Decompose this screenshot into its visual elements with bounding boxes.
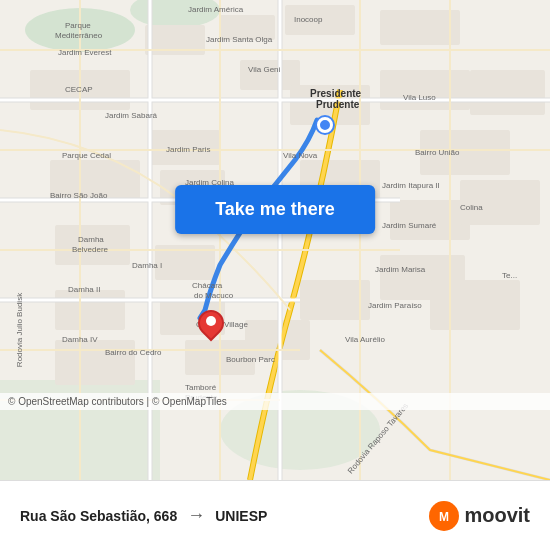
map-container[interactable]: Parque Mediterrâneo Jardim Everest CECAP… (0, 0, 550, 480)
svg-text:Rodovia Julio Budisk: Rodovia Julio Budisk (15, 292, 24, 367)
destination-label: UNIESP (215, 508, 267, 524)
svg-text:Jardim Sabará: Jardim Sabará (105, 111, 158, 120)
svg-text:Damha I: Damha I (132, 261, 162, 270)
svg-text:Bourbon Parc: Bourbon Parc (226, 355, 275, 364)
svg-text:CECAP: CECAP (65, 85, 93, 94)
svg-rect-16 (390, 200, 470, 240)
svg-text:Mediterrâneo: Mediterrâneo (55, 31, 103, 40)
origin-label: Rua São Sebastião, 668 (20, 508, 177, 524)
svg-text:Jardim América: Jardim América (188, 5, 244, 14)
svg-text:Jardim Sumaré: Jardim Sumaré (382, 221, 437, 230)
svg-rect-30 (470, 70, 545, 115)
svg-text:Parque: Parque (65, 21, 91, 30)
svg-text:Bairro do Cedro: Bairro do Cedro (105, 348, 162, 357)
svg-text:Chácara: Chácara (192, 281, 223, 290)
svg-text:Jardim Paris: Jardim Paris (166, 145, 210, 154)
svg-text:Presidente: Presidente (310, 88, 362, 99)
svg-text:Parque Cedal: Parque Cedal (62, 151, 111, 160)
svg-text:Damha II: Damha II (68, 285, 100, 294)
moovit-logo: M moovit (428, 500, 530, 532)
arrow-icon: → (187, 505, 205, 526)
moovit-logo-icon: M (428, 500, 460, 532)
svg-text:Vila Aurélio: Vila Aurélio (345, 335, 385, 344)
destination-marker (196, 310, 226, 346)
take-me-there-button[interactable]: Take me there (175, 185, 375, 234)
svg-text:Jardim Everest: Jardim Everest (58, 48, 112, 57)
svg-text:Belvedere: Belvedere (72, 245, 109, 254)
svg-text:Damha IV: Damha IV (62, 335, 98, 344)
svg-rect-9 (380, 10, 460, 45)
svg-text:Vila Luso: Vila Luso (403, 93, 436, 102)
svg-text:Bairro São João: Bairro São João (50, 191, 108, 200)
svg-text:Damha: Damha (78, 235, 104, 244)
svg-rect-28 (430, 280, 520, 330)
svg-text:Tamboré: Tamboré (185, 383, 217, 392)
origin-marker (317, 117, 333, 133)
svg-text:Jardim Santa Olga: Jardim Santa Olga (206, 35, 273, 44)
svg-text:do Macuco: do Macuco (194, 291, 234, 300)
svg-rect-21 (55, 290, 125, 330)
map-attribution: © OpenStreetMap contributors | © OpenMap… (0, 393, 550, 410)
route-info: Rua São Sebastião, 668 → UNIESP (20, 505, 428, 526)
moovit-logo-text: moovit (464, 504, 530, 527)
bottom-bar: Rua São Sebastião, 668 → UNIESP M moovit (0, 480, 550, 550)
svg-text:Jardim Marisa: Jardim Marisa (375, 265, 426, 274)
svg-text:Jardim Itapura II: Jardim Itapura II (382, 181, 440, 190)
svg-text:Inocoop: Inocoop (294, 15, 323, 24)
svg-text:Bairro União: Bairro União (415, 148, 460, 157)
svg-text:Colina: Colina (460, 203, 483, 212)
svg-text:M: M (439, 510, 449, 524)
svg-text:Vila Nova: Vila Nova (283, 151, 318, 160)
svg-text:Te...: Te... (502, 271, 517, 280)
svg-rect-13 (380, 70, 470, 110)
svg-text:Prudente: Prudente (316, 99, 360, 110)
svg-text:Jardim Paraíso: Jardim Paraíso (368, 301, 422, 310)
svg-text:Vila Geni: Vila Geni (248, 65, 281, 74)
svg-rect-22 (55, 340, 135, 385)
